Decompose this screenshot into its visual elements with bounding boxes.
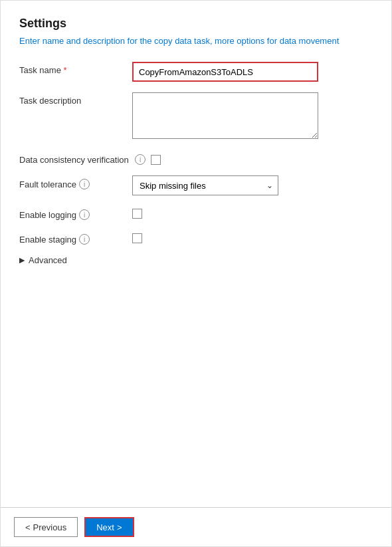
data-consistency-row: Data consistency verification i <box>19 152 373 165</box>
fault-tolerance-info-icon[interactable]: i <box>79 179 90 189</box>
task-name-row: Task name * <box>19 62 373 82</box>
next-button[interactable]: Next > <box>84 517 134 537</box>
fault-tolerance-control: Skip missing files Continue on error Sto… <box>132 175 373 195</box>
task-name-control <box>132 62 373 82</box>
required-indicator: * <box>64 65 67 75</box>
enable-staging-checkbox[interactable] <box>132 233 142 243</box>
task-desc-control <box>132 92 373 141</box>
advanced-section[interactable]: ▶ Advanced <box>19 255 373 265</box>
task-name-label: Task name * <box>19 62 132 75</box>
advanced-chevron-icon: ▶ <box>19 256 25 265</box>
next-label: Next <box>96 522 114 532</box>
task-name-input[interactable] <box>132 62 318 82</box>
previous-label: Previous <box>33 522 67 532</box>
data-consistency-info-icon[interactable]: i <box>135 154 146 165</box>
footer: < Previous Next > <box>1 507 391 546</box>
previous-button[interactable]: < Previous <box>14 517 78 537</box>
enable-logging-row: Enable logging i <box>19 206 373 220</box>
enable-logging-checkbox[interactable] <box>132 209 142 219</box>
enable-logging-info-icon[interactable]: i <box>79 209 90 220</box>
settings-panel: Settings Enter name and description for … <box>1 1 391 507</box>
enable-logging-control <box>132 206 142 219</box>
fault-tolerance-label: Fault tolerance i <box>19 175 132 189</box>
next-icon: > <box>117 522 122 532</box>
task-desc-row: Task description <box>19 92 373 141</box>
previous-icon: < <box>25 522 31 532</box>
fault-tolerance-dropdown-wrapper: Skip missing files Continue on error Sto… <box>132 175 278 195</box>
fault-tolerance-select[interactable]: Skip missing files Continue on error Sto… <box>132 175 278 195</box>
fault-tolerance-row: Fault tolerance i Skip missing files Con… <box>19 175 373 195</box>
data-consistency-label: Data consistency verification <box>19 152 132 165</box>
data-consistency-checkbox[interactable] <box>151 155 161 165</box>
enable-logging-label: Enable logging i <box>19 206 132 220</box>
data-consistency-control: i <box>132 152 161 165</box>
enable-staging-info-icon[interactable]: i <box>79 234 90 245</box>
page-title: Settings <box>19 17 373 31</box>
enable-staging-label: Enable staging i <box>19 231 132 245</box>
task-desc-textarea[interactable] <box>132 92 318 139</box>
enable-staging-row: Enable staging i <box>19 231 373 245</box>
enable-staging-control <box>132 231 142 243</box>
task-desc-label: Task description <box>19 92 132 106</box>
page-subtitle: Enter name and description for the copy … <box>19 36 373 46</box>
advanced-label: Advanced <box>29 255 67 265</box>
